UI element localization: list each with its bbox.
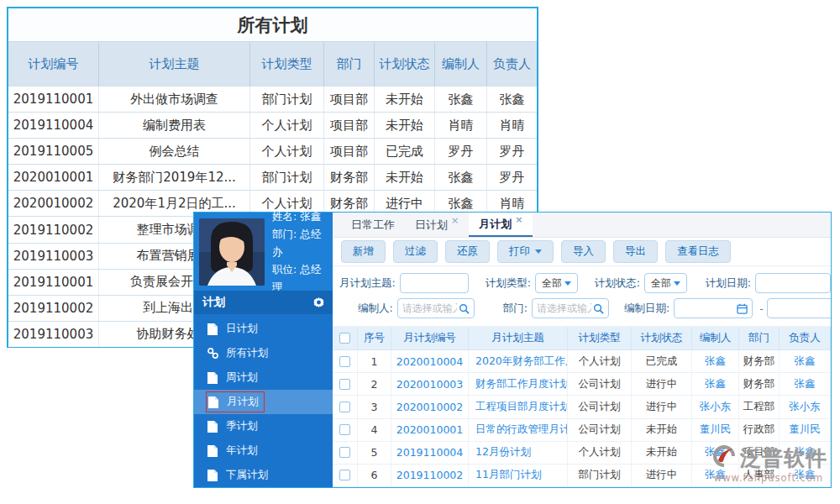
table-row[interactable]: 3 2020010002 工程项目部月度计划 公司计划 进行中 张小东 工程部 … [333, 396, 831, 418]
cell-owner-link[interactable]: 张鑫 [780, 350, 831, 372]
cell-subject-link[interactable]: 12月份计划 [469, 442, 568, 464]
filter-row-1: 月计划主题: 计划类型: 全部 计划状态: 全部 计划日期: [333, 270, 831, 296]
plan-date-input[interactable] [755, 273, 831, 293]
table-row[interactable]: 2019110004 编制费用表 个人计划 项目部 未开始 肖晴 肖晴 [8, 112, 537, 138]
cell-subject-link[interactable]: 日常的行政管理月计划 [469, 419, 568, 441]
table-row[interactable]: 1 2020010004 2020年财务部工作月... 个人计划 已完成 张鑫 … [333, 350, 831, 373]
cell-plan-no-link[interactable]: 2019110004 [391, 442, 469, 464]
row-checkbox[interactable] [339, 447, 350, 458]
reset-button[interactable]: 还原 [445, 240, 490, 263]
sidebar-item-all-plans[interactable]: 所有计划 [194, 341, 333, 365]
tab-daily-work[interactable]: 日常工作 [341, 213, 405, 237]
cell-plan-no-link[interactable]: 2019110002 [391, 465, 469, 486]
sidebar-item-monthly-plan[interactable]: 月计划 [194, 390, 333, 414]
sidebar-item-weekly-plan[interactable]: 周计划 [194, 365, 333, 390]
import-button[interactable]: 导入 [561, 240, 606, 263]
col-compiler: 编制人 [435, 42, 487, 86]
create-date-end-input[interactable] [767, 298, 831, 318]
calendar-icon[interactable] [737, 303, 748, 314]
add-button[interactable]: 新增 [341, 240, 386, 263]
row-checkbox[interactable] [339, 402, 350, 412]
table-row[interactable]: 2020010001 财务部门2019年12... 部门计划 财务部 未开始 张… [8, 164, 537, 190]
table-row[interactable]: 4 2020010001 日常的行政管理月计划 公司计划 未开始 董川民 行政部… [333, 419, 831, 442]
cell-owner-link[interactable]: 董川民 [780, 419, 831, 441]
cell-seq: 6 [358, 465, 391, 486]
select-all-checkbox[interactable] [339, 333, 350, 344]
row-checkbox[interactable] [339, 356, 350, 367]
tab-monthly-plan[interactable]: 月计划 × [469, 213, 533, 237]
file-icon [207, 323, 218, 335]
file-icon [207, 445, 218, 457]
row-checkbox[interactable] [339, 424, 350, 435]
link-icon [207, 348, 218, 360]
cell-subject-link[interactable]: 2020年财务部工作月... [469, 350, 568, 372]
cell-owner-link[interactable]: 张鑫 [780, 442, 831, 464]
cell-owner: 罗丹 [487, 139, 537, 164]
cell-plan-no-link[interactable]: 2020010002 [391, 396, 469, 417]
print-button[interactable]: 打印 [497, 240, 554, 263]
all-plans-title: 所有计划 [8, 8, 537, 42]
cell-owner-link[interactable]: 张小东 [780, 396, 831, 417]
cell-subject-link[interactable]: 工程项目部月度计划 [469, 396, 568, 417]
user-profile: 姓名: 张鑫 部门: 总经办 职位: 总经理 [194, 213, 333, 291]
sidebar-section-plan[interactable]: 计划 [194, 291, 333, 314]
cell-dept: 项目部 [324, 113, 375, 138]
table-row[interactable]: 2019110001 外出做市场调查 部门计划 项目部 未开始 张鑫 张鑫 [8, 86, 537, 112]
search-icon[interactable] [459, 303, 470, 314]
filter-button[interactable]: 过滤 [393, 240, 438, 263]
cell-compiler: 罗丹 [435, 139, 487, 164]
cell-plan-no-link[interactable]: 2020010003 [391, 373, 469, 395]
cell-subject-link[interactable]: 财务部工作月度计划 [469, 373, 568, 395]
export-button[interactable]: 导出 [613, 240, 658, 263]
tab-label: 日计划 [415, 218, 448, 233]
close-icon[interactable]: × [515, 214, 522, 225]
cell-compiler-link[interactable]: 张鑫 [692, 442, 739, 464]
cell-seq: 3 [358, 396, 391, 417]
table-row[interactable]: 5 2019110004 12月份计划 个人计划 未开始 张鑫 项目部 张鑫 [333, 442, 831, 465]
cell-compiler-link[interactable]: 张鑫 [692, 465, 739, 486]
sidebar-item-daily-plan[interactable]: 日计划 [194, 317, 333, 341]
cell-subject-link[interactable]: 11月部门计划 [469, 465, 568, 486]
cell-plan-status: 已完成 [632, 350, 692, 372]
cell-compiler-link[interactable]: 董川民 [692, 419, 739, 441]
cell-dept: 财务部 [739, 373, 780, 395]
row-checkbox[interactable] [339, 379, 350, 390]
plan-date-label: 计划日期: [706, 276, 751, 291]
cell-compiler-link[interactable]: 张小东 [692, 396, 739, 417]
col-plan-type: 计划类型 [250, 42, 324, 86]
sidebar-item-yearly-plan[interactable]: 年计划 [194, 438, 333, 463]
col-dept: 部门 [324, 42, 375, 86]
close-icon[interactable]: × [451, 215, 459, 226]
view-log-button[interactable]: 查看日志 [665, 240, 731, 263]
cell-compiler: 张鑫 [435, 87, 487, 112]
cell-owner-link[interactable]: 张鑫 [780, 373, 831, 395]
print-label: 打印 [509, 244, 530, 259]
row-checkbox[interactable] [339, 470, 350, 480]
row-select-cell [333, 350, 358, 372]
cell-compiler-link[interactable]: 张鑫 [692, 373, 739, 395]
create-date-label: 编制日期: [624, 302, 669, 316]
sidebar-item-subordinate-plan[interactable]: 下属计划 [194, 463, 333, 487]
cell-plan-no-link[interactable]: 2020010004 [391, 350, 469, 372]
cell-plan-status: 进行中 [632, 373, 692, 395]
tab-daily-plan[interactable]: 日计划 × [405, 213, 469, 237]
cell-compiler-link[interactable]: 张鑫 [692, 350, 739, 372]
table-row[interactable]: 2 2020010003 财务部工作月度计划 公司计划 进行中 张鑫 财务部 张… [333, 373, 831, 396]
cell-plan-status: 未开始 [375, 165, 435, 190]
search-icon[interactable] [593, 303, 604, 314]
cell-compiler: 张鑫 [435, 165, 487, 190]
cell-owner-link[interactable]: 张鑫 [780, 465, 831, 486]
cell-plan-type: 部门计划 [250, 165, 324, 190]
cell-plan-no-link[interactable]: 2020010001 [391, 419, 469, 441]
table-row[interactable]: 6 2019110002 11月部门计划 部门计划 进行中 张鑫 人事部 张鑫 [333, 465, 831, 487]
chevron-down-icon [535, 249, 542, 254]
cell-plan-type: 个人计划 [568, 442, 632, 464]
subject-input[interactable] [400, 273, 469, 293]
sidebar-section-title: 计划 [202, 295, 225, 310]
gear-icon[interactable] [313, 297, 324, 308]
status-select[interactable]: 全部 [644, 273, 687, 293]
type-select[interactable]: 全部 [535, 273, 578, 293]
cell-dept: 行政部 [739, 419, 780, 441]
sidebar-item-quarterly-plan[interactable]: 季计划 [194, 414, 333, 438]
table-row[interactable]: 2019110005 例会总结 个人计划 项目部 已完成 罗丹 罗丹 [8, 138, 537, 164]
